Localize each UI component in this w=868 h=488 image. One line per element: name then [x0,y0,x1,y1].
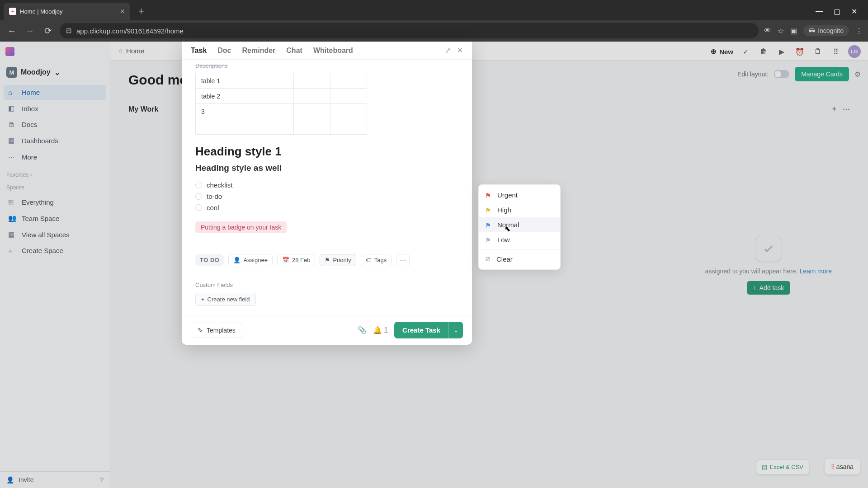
attachment-icon[interactable]: 📎 [358,326,367,334]
table-cell[interactable] [330,89,367,104]
tag-icon: 🏷 [366,257,372,263]
priority-label: Low [497,236,510,244]
heading-1[interactable]: Heading style 1 [195,145,458,159]
close-window-icon[interactable]: ✕ [851,7,857,16]
incognito-label: Incognito [818,27,844,34]
table-cell[interactable] [196,119,294,135]
browser-menu-icon[interactable]: ⋮ [855,27,863,35]
more-properties-chip[interactable]: ⋯ [396,254,410,266]
checkbox-icon[interactable] [195,193,202,200]
chip-label: Assignee [243,257,267,263]
modal-tab-doc[interactable]: Doc [217,47,231,55]
modal-footer: ✎Templates 📎 🔔1 Create Task ⌄ [182,315,472,345]
chip-label: Priority [333,257,351,263]
checklist-text: checklist [207,181,233,189]
new-tab-button[interactable]: + [134,3,149,20]
incognito-badge[interactable]: 🕶 Incognito [803,25,849,36]
task-property-chips: TO DO 👤Assignee 📅28 Feb ⚑Priority 🏷Tags … [195,254,458,266]
calendar-icon: 📅 [282,257,289,263]
table-cell[interactable] [294,89,330,104]
modal-tab-reminder[interactable]: Reminder [242,47,276,55]
table-cell[interactable]: 3 [196,104,294,119]
tab-bar: ✦ Home | Moodjoy × + — ▢ ✕ [0,0,868,20]
modal-tab-whiteboard[interactable]: Whiteboard [313,47,353,55]
url-actions: 👁 ☆ ▣ 🕶 Incognito ⋮ [764,25,863,36]
priority-label: Urgent [497,191,518,199]
descriptions-label: Descriptions [195,62,458,69]
create-task-button[interactable]: Create Task [394,322,448,338]
priority-option-low[interactable]: ⚑Low [479,232,560,247]
heading-2[interactable]: Heading style as well [195,163,458,173]
create-task-dropdown[interactable]: ⌄ [448,322,463,338]
modal-tabs: Task Doc Reminder Chat Whiteboard ⤢ ✕ [182,42,472,60]
modal-tab-task[interactable]: Task [191,47,207,55]
wand-icon: ✎ [198,327,203,334]
table-cell[interactable] [330,119,367,135]
checklist-item[interactable]: checklist [195,179,458,191]
table-row: table 1 [196,73,367,89]
browser-tab[interactable]: ✦ Home | Moodjoy × [4,3,130,20]
templates-label: Templates [207,327,236,334]
table-row [196,119,367,135]
table-cell[interactable]: table 1 [196,73,294,89]
chip-label: 28 Feb [292,257,310,263]
priority-chip[interactable]: ⚑Priority [320,254,356,266]
description-table[interactable]: table 1 table 2 3 [195,73,367,135]
checklist-item[interactable]: to-do [195,191,458,202]
modal-tab-chat[interactable]: Chat [286,47,302,55]
checklist-text: to-do [207,192,222,200]
site-info-icon[interactable]: ⊟ [66,27,72,35]
menu-separator [479,249,560,249]
table-cell[interactable] [294,73,330,89]
checklist-item[interactable]: cool [195,202,458,213]
flag-icon: ⚑ [485,221,492,228]
tags-chip[interactable]: 🏷Tags [361,254,392,266]
window-controls: — ▢ ✕ [808,3,864,20]
flag-icon: ⚑ [485,192,492,198]
back-icon[interactable]: ← [5,26,18,36]
clear-icon: ⊘ [485,255,491,263]
flag-icon: ⚑ [485,206,492,213]
expand-icon[interactable]: ⤢ [445,46,451,55]
priority-label: Clear [496,255,513,263]
status-chip[interactable]: TO DO [195,254,224,266]
browser-chrome: ✦ Home | Moodjoy × + — ▢ ✕ ← → ⟳ ⊟ app.c… [0,0,868,42]
priority-dropdown: ⚑Urgent ⚑High ⚑Normal ⚑Low ⊘Clear [478,184,561,270]
forward-icon[interactable]: → [24,26,36,36]
priority-option-high[interactable]: ⚑High [479,202,560,217]
priority-option-urgent[interactable]: ⚑Urgent [479,188,560,202]
reload-icon[interactable]: ⟳ [42,25,54,36]
assignee-chip[interactable]: 👤Assignee [228,254,272,266]
chip-label: Tags [374,257,387,263]
priority-option-normal[interactable]: ⚑Normal [479,217,560,232]
flag-icon: ⚑ [325,257,330,263]
favicon-icon: ✦ [9,8,16,15]
bookmark-icon[interactable]: ☆ [778,27,784,35]
table-cell[interactable] [330,73,367,89]
url-input[interactable]: ⊟ app.clickup.com/9016164592/home [60,23,759,38]
maximize-icon[interactable]: ▢ [834,7,840,16]
create-field-button[interactable]: +Create new field [195,293,256,306]
tab-close-icon[interactable]: × [120,7,125,16]
minimize-icon[interactable]: — [816,7,823,15]
custom-fields-label: Custom Fields [195,282,458,288]
task-badge[interactable]: Putting a badge on your task [195,221,287,233]
templates-button[interactable]: ✎Templates [191,323,242,338]
checkbox-icon[interactable] [195,204,202,211]
tab-title: Home | Moodjoy [20,8,62,15]
table-cell[interactable]: table 2 [196,89,294,104]
create-task-modal: Task Doc Reminder Chat Whiteboard ⤢ ✕ De… [182,42,472,345]
url-bar: ← → ⟳ ⊟ app.clickup.com/9016164592/home … [0,20,868,42]
priority-label: High [497,206,511,214]
checkbox-icon[interactable] [195,182,202,188]
notification-count[interactable]: 🔔1 [373,326,388,334]
close-icon[interactable]: ✕ [457,46,463,55]
table-cell[interactable] [294,119,330,135]
eye-off-icon[interactable]: 👁 [764,27,771,35]
priority-option-clear[interactable]: ⊘Clear [479,251,560,267]
table-cell[interactable] [294,104,330,119]
panel-icon[interactable]: ▣ [790,27,797,35]
checklist-text: cool [207,204,219,211]
date-chip[interactable]: 📅28 Feb [277,254,315,266]
table-cell[interactable] [330,104,367,119]
